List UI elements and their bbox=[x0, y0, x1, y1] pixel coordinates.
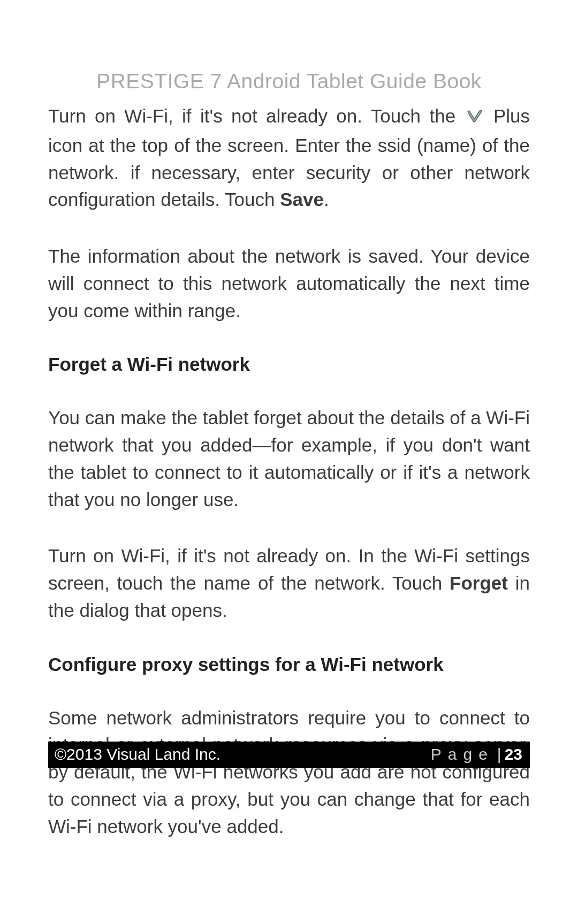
divider: | bbox=[497, 745, 501, 763]
paragraph-info-saved: The information about the network is sav… bbox=[48, 243, 530, 324]
page-footer: ©2013 Visual Land Inc. Page|23 bbox=[48, 742, 530, 768]
page-word: Page bbox=[431, 745, 494, 763]
bold-save: Save bbox=[280, 189, 324, 210]
paragraph-forget-steps: Turn on Wi‐Fi, if it's not already on. I… bbox=[48, 543, 530, 624]
copyright-text: ©2013 Visual Land Inc. bbox=[55, 745, 220, 763]
paragraph-forget-desc: You can make the tablet forget about the… bbox=[48, 404, 530, 513]
bold-forget: Forget bbox=[450, 572, 508, 593]
heading-proxy-settings: Configure proxy settings for a Wi‐Fi net… bbox=[48, 654, 530, 675]
page-title: PRESTIGE 7 Android Tablet Guide Book bbox=[48, 70, 530, 93]
text-segment: . bbox=[324, 189, 329, 210]
heading-forget-network: Forget a Wi‐Fi network bbox=[48, 354, 530, 375]
page-number: 23 bbox=[505, 745, 522, 763]
text-segment: Turn on Wi‐Fi, if it's not already on. T… bbox=[48, 105, 455, 126]
paragraph-proxy-desc: Some network administrators require you … bbox=[48, 705, 530, 841]
page-indicator: Page|23 bbox=[431, 745, 522, 763]
v-checkmark-icon bbox=[467, 105, 483, 132]
paragraph-add-network: Turn on Wi‐Fi, if it's not already on. T… bbox=[48, 103, 530, 213]
